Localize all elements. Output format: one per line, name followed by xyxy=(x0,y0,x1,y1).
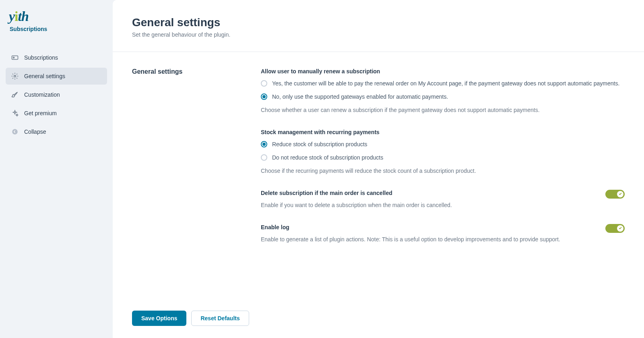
radio-stock-noreduce[interactable]: Do not reduce stock of subscription prod… xyxy=(261,153,625,162)
brand-block: yith Subscriptions xyxy=(6,7,107,42)
footer-actions: Save Options Reset Defaults xyxy=(132,299,625,326)
svg-point-1 xyxy=(13,57,14,58)
section-heading: General settings xyxy=(132,68,253,258)
sidebar-item-customization[interactable]: Customization xyxy=(6,86,107,103)
radio-stock-reduce[interactable]: Reduce stock of subscription products xyxy=(261,140,625,149)
sidebar-item-label: Collapse xyxy=(24,129,46,135)
sidebar-item-label: General settings xyxy=(24,73,65,79)
radio-renew-yes[interactable]: Yes, the customer will be able to pay th… xyxy=(261,79,625,88)
field-enable-log: Enable log Enable to generate a list of … xyxy=(261,224,625,244)
radio-renew-no[interactable]: No, only use the supported gateways enab… xyxy=(261,93,625,101)
field-stock-management: Stock management with recurring payments… xyxy=(261,129,625,175)
sidebar-item-collapse[interactable]: Collapse xyxy=(6,123,107,140)
settings-section: General settings Allow user to manually … xyxy=(132,68,625,258)
help-text: Enable if you want to delete a subscript… xyxy=(261,201,596,209)
radio-icon xyxy=(261,141,267,147)
check-icon xyxy=(618,226,622,230)
field-title: Allow user to manually renew a subscript… xyxy=(261,68,625,75)
sidebar-item-label: Get premium xyxy=(24,110,57,116)
sidebar-nav: Subscriptions General settings Customiza… xyxy=(6,49,107,140)
field-delete-on-cancel: Delete subscription if the main order is… xyxy=(261,190,625,209)
gear-icon xyxy=(11,73,19,80)
sidebar-item-label: Subscriptions xyxy=(24,54,58,61)
sidebar: yith Subscriptions Subscriptions General… xyxy=(0,0,113,338)
svg-point-2 xyxy=(14,75,16,77)
radio-label: No, only use the supported gateways enab… xyxy=(272,93,448,101)
sparkle-icon xyxy=(11,110,19,117)
brand-logo: yith xyxy=(9,9,103,24)
radio-icon xyxy=(261,154,267,161)
brush-icon xyxy=(11,91,19,98)
page-description: Set the general behaviour of the plugin. xyxy=(132,31,625,38)
arrow-left-circle-icon xyxy=(11,128,19,135)
brand-subtitle: Subscriptions xyxy=(9,26,103,32)
check-icon xyxy=(618,192,622,196)
sidebar-item-label: Customization xyxy=(24,91,60,98)
save-button[interactable]: Save Options xyxy=(132,311,186,326)
help-text: Choose whether a user can renew a subscr… xyxy=(261,106,625,114)
sidebar-item-general-settings[interactable]: General settings xyxy=(6,68,107,85)
radio-icon xyxy=(261,80,267,87)
help-text: Enable to generate a list of plugin acti… xyxy=(261,235,596,244)
radio-label: Reduce stock of subscription products xyxy=(272,140,367,149)
field-title: Stock management with recurring payments xyxy=(261,129,625,135)
sidebar-item-get-premium[interactable]: Get premium xyxy=(6,105,107,122)
field-title: Delete subscription if the main order is… xyxy=(261,190,596,196)
sidebar-item-subscriptions[interactable]: Subscriptions xyxy=(6,49,107,66)
page-title: General settings xyxy=(132,16,625,29)
svg-point-3 xyxy=(12,129,18,135)
field-title: Enable log xyxy=(261,224,596,230)
divider xyxy=(113,52,644,52)
reset-button[interactable]: Reset Defaults xyxy=(191,311,249,326)
radio-label: Do not reduce stock of subscription prod… xyxy=(272,153,383,162)
field-manual-renew: Allow user to manually renew a subscript… xyxy=(261,68,625,114)
main-content: General settings Set the general behavio… xyxy=(113,0,644,338)
radio-icon xyxy=(261,93,267,100)
toggle-enable-log[interactable] xyxy=(605,224,625,233)
help-text: Choose if the recurring payments will re… xyxy=(261,167,625,175)
toggle-delete-on-cancel[interactable] xyxy=(605,190,625,199)
radio-label: Yes, the customer will be able to pay th… xyxy=(272,79,619,88)
fields-container: Allow user to manually renew a subscript… xyxy=(261,68,625,258)
wallet-icon xyxy=(11,54,19,61)
